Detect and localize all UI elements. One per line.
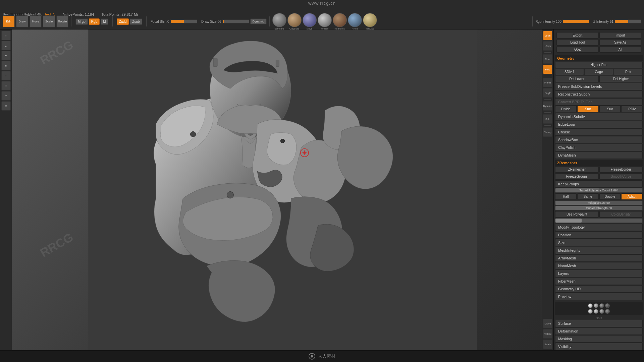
left-tool-2[interactable]: ▲ <box>1 41 11 50</box>
ldym-btn[interactable]: LDym <box>543 41 552 51</box>
z-intensity-track[interactable] <box>614 19 641 23</box>
edgeloop-btn[interactable]: EdgeLoop <box>555 121 643 128</box>
floor-btn[interactable]: Floor <box>543 54 552 64</box>
divide-btn[interactable]: Divide <box>555 106 577 112</box>
same-btn[interactable]: Same <box>577 193 599 200</box>
keepgroups-btn[interactable]: KeepGroups <box>555 180 643 188</box>
sphere-6[interactable] <box>594 309 598 314</box>
del-lower-btn[interactable]: Del Lower <box>555 76 599 82</box>
save-as-btn[interactable]: Save As <box>599 39 642 46</box>
smoothcurve-btn[interactable]: SmoothCurve <box>599 173 643 180</box>
size-btn[interactable]: Size <box>555 239 643 246</box>
sphere-3[interactable] <box>599 303 604 308</box>
draw-size-track[interactable] <box>222 19 249 23</box>
scale-icon-btn[interactable]: Scale <box>543 340 552 349</box>
goz-btn[interactable]: GoZ <box>556 46 599 53</box>
left-tool-6[interactable]: ✕ <box>1 81 11 90</box>
solo-btn[interactable]: Solo <box>543 114 552 124</box>
insertmesh-brush[interactable] <box>333 13 347 27</box>
zremesher-btn[interactable]: ZRemesher <box>555 166 599 173</box>
mrgb-btn[interactable]: Mrgb <box>75 18 88 25</box>
move-icon-btn[interactable]: Move <box>543 319 552 328</box>
geometry-hd-btn[interactable]: Geometry HD <box>555 285 643 293</box>
claypolish-btn[interactable]: ClayPolish <box>555 144 643 151</box>
rgb-intensity-track[interactable] <box>562 19 589 23</box>
pinch-brush[interactable] <box>348 13 362 27</box>
import-btn[interactable]: Import <box>599 32 642 39</box>
colordensity-btn[interactable]: ColorDensity <box>599 211 643 218</box>
claybuild-brush[interactable] <box>287 13 302 27</box>
move-tool-btn[interactable]: Move <box>30 15 42 27</box>
suv-btn[interactable]: Suv <box>599 106 621 112</box>
use-polypaint-btn[interactable]: Use Polypaint <box>555 211 599 218</box>
sdiv-btn[interactable]: SDiv 1 <box>555 69 584 75</box>
surface-btn[interactable]: Surface <box>555 320 643 327</box>
fibermesh-btn[interactable]: FiberMesh <box>555 278 643 285</box>
left-tool-8[interactable]: ⊕ <box>1 101 11 111</box>
zadd-btn[interactable]: Zadd <box>117 18 129 25</box>
higher-res-btn[interactable]: Higher Res <box>555 62 643 68</box>
scale-tool-btn[interactable]: Scale <box>43 15 55 27</box>
dynamic-subdiv-btn[interactable]: Dynamic Subdiv <box>555 113 643 120</box>
draw-tool-btn[interactable]: Draw <box>16 15 28 27</box>
viewport[interactable]: RRCG 人人素材 RRCG 人人素材 RRCG RRCG 人人素材 RRCG <box>12 29 553 350</box>
standard-brush[interactable] <box>272 13 286 27</box>
colordensity-slider[interactable] <box>555 218 643 223</box>
smt-btn[interactable]: Smt <box>577 106 599 112</box>
layers-btn[interactable]: Layers <box>555 270 643 277</box>
preview-btn[interactable]: Preview <box>555 293 643 300</box>
meshintegrity-btn[interactable]: MeshIntegrity <box>555 247 643 254</box>
reconstruct-subdiv-btn[interactable]: Reconstruct Subdiv <box>555 90 643 98</box>
left-tool-4[interactable]: ■ <box>1 61 11 70</box>
transp-btn[interactable]: Transp <box>543 127 552 137</box>
freezegroups-btn[interactable]: FreezeGroups <box>555 173 599 180</box>
polyf-btn[interactable]: PolyF <box>543 88 552 98</box>
nanomesh-btn[interactable]: NanoMesh <box>555 262 643 269</box>
curves-strength-slider[interactable]: Curves Strength 50 <box>555 206 643 210</box>
del-higher-btn[interactable]: Del Higher <box>599 76 643 82</box>
visibility-btn[interactable]: Visibility <box>555 343 643 350</box>
focal-shift-track[interactable] <box>170 19 197 23</box>
masking-btn[interactable]: Masking <box>555 335 643 343</box>
left-tool-3[interactable]: ◆ <box>1 51 11 60</box>
export-btn[interactable]: Export <box>556 32 599 39</box>
rotate-icon-btn[interactable]: Rotate <box>543 329 552 339</box>
dynamic-view-btn[interactable]: Dynamic <box>543 101 552 111</box>
left-tool-7[interactable]: ↺ <box>1 91 11 101</box>
sphere-8[interactable] <box>605 309 610 314</box>
zsub-btn[interactable]: Zsub <box>130 18 142 25</box>
matcap-brush[interactable] <box>363 13 377 27</box>
left-tool-5[interactable]: + <box>1 71 11 80</box>
crease-btn[interactable]: Crease <box>555 128 643 136</box>
shadowbox-btn[interactable]: ShadowBox <box>555 136 643 143</box>
move-brush[interactable] <box>303 13 317 27</box>
local-btn[interactable]: Local <box>543 31 552 40</box>
double-btn[interactable]: Double <box>599 193 621 200</box>
dynamesh-btn[interactable]: DynaMesh <box>555 152 643 159</box>
sphere-5[interactable] <box>588 309 593 314</box>
convert-bpr-btn[interactable]: Convert BPR To Geo <box>555 98 643 106</box>
modify-topology-btn[interactable]: Modify Topology <box>555 224 643 231</box>
sphere-4[interactable] <box>605 303 610 308</box>
goz-option-btn[interactable]: All <box>599 46 642 53</box>
adaptive-size-slider[interactable]: AdaptiveSize 50 <box>555 200 643 205</box>
arraymesh-btn[interactable]: ArrayMesh <box>555 254 643 262</box>
sphere-7[interactable] <box>599 309 604 314</box>
deformation-btn[interactable]: Deformation <box>555 327 643 335</box>
edit-tool-btn[interactable]: Edit <box>3 15 15 27</box>
perp-btn[interactable]: Perp <box>543 65 552 74</box>
m-btn[interactable]: M <box>101 18 108 25</box>
position-btn[interactable]: Position <box>555 231 643 239</box>
freeze-subdiv-btn[interactable]: Freeze SubDivision Levels <box>555 83 643 90</box>
freezeborder-btn[interactable]: FreezeBorder <box>599 166 643 173</box>
rgb-btn[interactable]: Rgb <box>89 18 100 25</box>
half-btn[interactable]: Half <box>555 193 577 200</box>
sphere-2[interactable] <box>594 303 598 308</box>
dynamic-btn[interactable]: Dynamic <box>250 18 267 24</box>
rotate-tool-btn[interactable]: Rotate <box>56 15 68 27</box>
frame-btn[interactable]: Frame <box>543 78 552 87</box>
cage-btn[interactable]: Cage <box>585 69 613 75</box>
rdiv-btn[interactable]: RDiv <box>621 106 643 112</box>
sphere-1[interactable] <box>588 303 593 308</box>
left-tool-1[interactable]: ● <box>1 31 11 40</box>
